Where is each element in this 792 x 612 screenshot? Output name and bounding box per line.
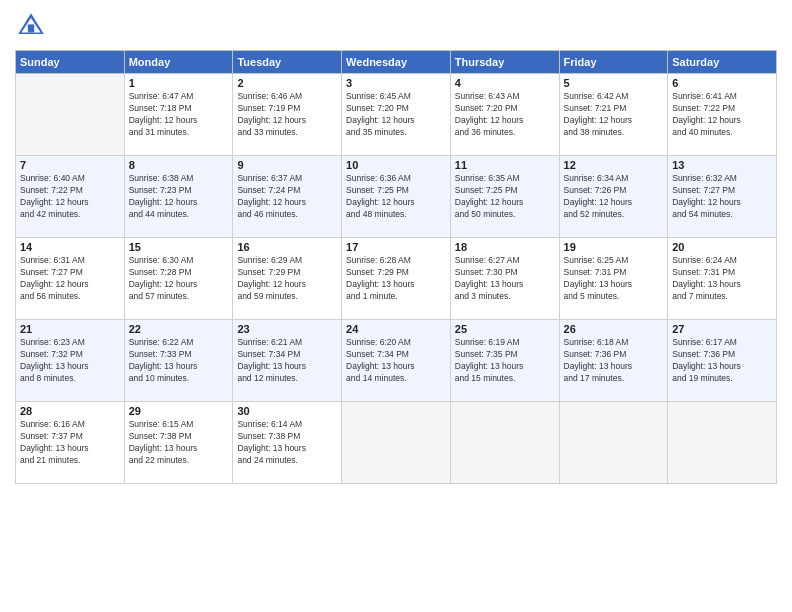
day-info: Sunrise: 6:30 AM Sunset: 7:28 PM Dayligh… (129, 255, 229, 303)
calendar-cell: 29Sunrise: 6:15 AM Sunset: 7:38 PM Dayli… (124, 402, 233, 484)
day-info: Sunrise: 6:46 AM Sunset: 7:19 PM Dayligh… (237, 91, 337, 139)
calendar-cell (668, 402, 777, 484)
logo (15, 10, 51, 42)
day-info: Sunrise: 6:47 AM Sunset: 7:18 PM Dayligh… (129, 91, 229, 139)
day-number: 20 (672, 241, 772, 253)
calendar-cell: 10Sunrise: 6:36 AM Sunset: 7:25 PM Dayli… (342, 156, 451, 238)
day-number: 7 (20, 159, 120, 171)
day-number: 25 (455, 323, 555, 335)
day-info: Sunrise: 6:20 AM Sunset: 7:34 PM Dayligh… (346, 337, 446, 385)
day-info: Sunrise: 6:31 AM Sunset: 7:27 PM Dayligh… (20, 255, 120, 303)
day-number: 13 (672, 159, 772, 171)
calendar-cell: 21Sunrise: 6:23 AM Sunset: 7:32 PM Dayli… (16, 320, 125, 402)
calendar-cell: 1Sunrise: 6:47 AM Sunset: 7:18 PM Daylig… (124, 74, 233, 156)
svg-rect-2 (28, 24, 34, 32)
day-info: Sunrise: 6:25 AM Sunset: 7:31 PM Dayligh… (564, 255, 664, 303)
day-info: Sunrise: 6:15 AM Sunset: 7:38 PM Dayligh… (129, 419, 229, 467)
day-number: 3 (346, 77, 446, 89)
day-number: 6 (672, 77, 772, 89)
day-number: 22 (129, 323, 229, 335)
calendar-cell (16, 74, 125, 156)
day-info: Sunrise: 6:24 AM Sunset: 7:31 PM Dayligh… (672, 255, 772, 303)
day-info: Sunrise: 6:17 AM Sunset: 7:36 PM Dayligh… (672, 337, 772, 385)
week-row-4: 21Sunrise: 6:23 AM Sunset: 7:32 PM Dayli… (16, 320, 777, 402)
day-number: 1 (129, 77, 229, 89)
day-info: Sunrise: 6:43 AM Sunset: 7:20 PM Dayligh… (455, 91, 555, 139)
calendar-cell: 13Sunrise: 6:32 AM Sunset: 7:27 PM Dayli… (668, 156, 777, 238)
calendar-cell: 3Sunrise: 6:45 AM Sunset: 7:20 PM Daylig… (342, 74, 451, 156)
day-info: Sunrise: 6:28 AM Sunset: 7:29 PM Dayligh… (346, 255, 446, 303)
day-number: 24 (346, 323, 446, 335)
day-number: 17 (346, 241, 446, 253)
calendar-cell: 26Sunrise: 6:18 AM Sunset: 7:36 PM Dayli… (559, 320, 668, 402)
calendar-cell: 17Sunrise: 6:28 AM Sunset: 7:29 PM Dayli… (342, 238, 451, 320)
day-info: Sunrise: 6:34 AM Sunset: 7:26 PM Dayligh… (564, 173, 664, 221)
day-number: 26 (564, 323, 664, 335)
col-header-thursday: Thursday (450, 51, 559, 74)
calendar-cell: 12Sunrise: 6:34 AM Sunset: 7:26 PM Dayli… (559, 156, 668, 238)
calendar-cell: 14Sunrise: 6:31 AM Sunset: 7:27 PM Dayli… (16, 238, 125, 320)
calendar-cell: 25Sunrise: 6:19 AM Sunset: 7:35 PM Dayli… (450, 320, 559, 402)
col-header-friday: Friday (559, 51, 668, 74)
day-number: 9 (237, 159, 337, 171)
calendar-cell: 4Sunrise: 6:43 AM Sunset: 7:20 PM Daylig… (450, 74, 559, 156)
day-info: Sunrise: 6:14 AM Sunset: 7:38 PM Dayligh… (237, 419, 337, 467)
week-row-3: 14Sunrise: 6:31 AM Sunset: 7:27 PM Dayli… (16, 238, 777, 320)
calendar-cell: 2Sunrise: 6:46 AM Sunset: 7:19 PM Daylig… (233, 74, 342, 156)
day-number: 23 (237, 323, 337, 335)
day-info: Sunrise: 6:45 AM Sunset: 7:20 PM Dayligh… (346, 91, 446, 139)
calendar-cell: 22Sunrise: 6:22 AM Sunset: 7:33 PM Dayli… (124, 320, 233, 402)
day-info: Sunrise: 6:32 AM Sunset: 7:27 PM Dayligh… (672, 173, 772, 221)
calendar-table: SundayMondayTuesdayWednesdayThursdayFrid… (15, 50, 777, 484)
header-row: SundayMondayTuesdayWednesdayThursdayFrid… (16, 51, 777, 74)
calendar-cell (559, 402, 668, 484)
day-info: Sunrise: 6:38 AM Sunset: 7:23 PM Dayligh… (129, 173, 229, 221)
calendar-cell: 5Sunrise: 6:42 AM Sunset: 7:21 PM Daylig… (559, 74, 668, 156)
logo-icon (15, 10, 47, 42)
calendar-cell (450, 402, 559, 484)
week-row-2: 7Sunrise: 6:40 AM Sunset: 7:22 PM Daylig… (16, 156, 777, 238)
day-number: 18 (455, 241, 555, 253)
day-number: 10 (346, 159, 446, 171)
calendar-cell: 24Sunrise: 6:20 AM Sunset: 7:34 PM Dayli… (342, 320, 451, 402)
day-number: 30 (237, 405, 337, 417)
calendar-cell: 15Sunrise: 6:30 AM Sunset: 7:28 PM Dayli… (124, 238, 233, 320)
calendar-cell: 30Sunrise: 6:14 AM Sunset: 7:38 PM Dayli… (233, 402, 342, 484)
day-info: Sunrise: 6:36 AM Sunset: 7:25 PM Dayligh… (346, 173, 446, 221)
day-info: Sunrise: 6:23 AM Sunset: 7:32 PM Dayligh… (20, 337, 120, 385)
day-number: 2 (237, 77, 337, 89)
day-info: Sunrise: 6:18 AM Sunset: 7:36 PM Dayligh… (564, 337, 664, 385)
col-header-sunday: Sunday (16, 51, 125, 74)
week-row-5: 28Sunrise: 6:16 AM Sunset: 7:37 PM Dayli… (16, 402, 777, 484)
day-info: Sunrise: 6:37 AM Sunset: 7:24 PM Dayligh… (237, 173, 337, 221)
page-container: SundayMondayTuesdayWednesdayThursdayFrid… (0, 0, 792, 494)
calendar-cell: 28Sunrise: 6:16 AM Sunset: 7:37 PM Dayli… (16, 402, 125, 484)
day-number: 14 (20, 241, 120, 253)
day-info: Sunrise: 6:35 AM Sunset: 7:25 PM Dayligh… (455, 173, 555, 221)
col-header-tuesday: Tuesday (233, 51, 342, 74)
calendar-cell: 19Sunrise: 6:25 AM Sunset: 7:31 PM Dayli… (559, 238, 668, 320)
day-number: 28 (20, 405, 120, 417)
calendar-cell: 27Sunrise: 6:17 AM Sunset: 7:36 PM Dayli… (668, 320, 777, 402)
day-number: 8 (129, 159, 229, 171)
col-header-wednesday: Wednesday (342, 51, 451, 74)
day-info: Sunrise: 6:29 AM Sunset: 7:29 PM Dayligh… (237, 255, 337, 303)
day-number: 16 (237, 241, 337, 253)
week-row-1: 1Sunrise: 6:47 AM Sunset: 7:18 PM Daylig… (16, 74, 777, 156)
day-info: Sunrise: 6:40 AM Sunset: 7:22 PM Dayligh… (20, 173, 120, 221)
day-number: 27 (672, 323, 772, 335)
col-header-monday: Monday (124, 51, 233, 74)
calendar-cell: 9Sunrise: 6:37 AM Sunset: 7:24 PM Daylig… (233, 156, 342, 238)
day-number: 21 (20, 323, 120, 335)
calendar-cell: 23Sunrise: 6:21 AM Sunset: 7:34 PM Dayli… (233, 320, 342, 402)
day-info: Sunrise: 6:16 AM Sunset: 7:37 PM Dayligh… (20, 419, 120, 467)
day-info: Sunrise: 6:27 AM Sunset: 7:30 PM Dayligh… (455, 255, 555, 303)
day-number: 11 (455, 159, 555, 171)
day-info: Sunrise: 6:21 AM Sunset: 7:34 PM Dayligh… (237, 337, 337, 385)
calendar-cell: 16Sunrise: 6:29 AM Sunset: 7:29 PM Dayli… (233, 238, 342, 320)
day-number: 12 (564, 159, 664, 171)
day-number: 5 (564, 77, 664, 89)
calendar-cell: 11Sunrise: 6:35 AM Sunset: 7:25 PM Dayli… (450, 156, 559, 238)
day-number: 29 (129, 405, 229, 417)
calendar-cell (342, 402, 451, 484)
